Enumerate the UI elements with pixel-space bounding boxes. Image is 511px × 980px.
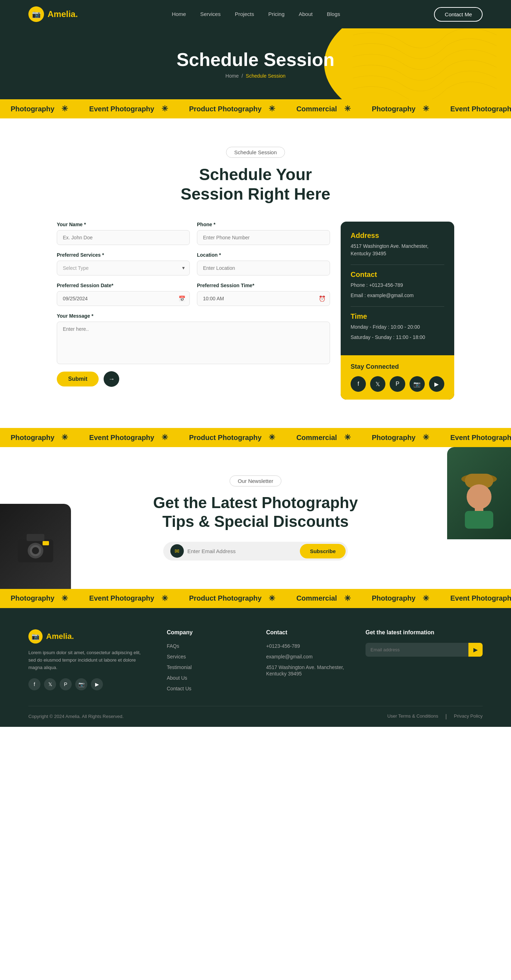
footer-bottom: Copyright © 2024 Amelia. All Rights Rese… bbox=[29, 706, 482, 727]
nav-contact-button[interactable]: Contact Me bbox=[434, 7, 482, 22]
info-card-bottom: Stay Connected f 𝕏 P 📷 ▶ bbox=[341, 355, 454, 399]
time-input[interactable] bbox=[197, 291, 330, 306]
nav-link-pricing[interactable]: Pricing bbox=[268, 11, 284, 17]
newsletter-subscribe-button[interactable]: Subscribe bbox=[300, 544, 346, 558]
message-label: Your Message * bbox=[57, 313, 330, 319]
date-label: Preferred Session Date* bbox=[57, 283, 190, 288]
x-twitter-icon[interactable]: 𝕏 bbox=[370, 376, 385, 392]
ticker-3: Photography ✳ Event Photography ✳ Produc… bbox=[0, 589, 511, 608]
footer-company-col: Company FAQs Services Testimonial About … bbox=[167, 629, 245, 692]
ticker-item-3: Product Photography ✳ bbox=[179, 104, 286, 113]
services-select[interactable]: Select Type Portrait Photography Event P… bbox=[57, 261, 190, 275]
phone-label: Phone * bbox=[197, 221, 330, 227]
phone-input[interactable] bbox=[197, 230, 330, 245]
breadcrumb-active: Schedule Session bbox=[246, 73, 286, 79]
email-icon: ✉ bbox=[170, 544, 184, 558]
facebook-icon[interactable]: f bbox=[351, 376, 366, 392]
message-textarea[interactable] bbox=[57, 321, 330, 364]
form-row-2: Preferred Services * Select Type Portrai… bbox=[57, 252, 330, 275]
footer-contact-email: example@gmail.com bbox=[266, 654, 313, 659]
footer-facebook-icon[interactable]: f bbox=[29, 678, 40, 690]
footer-logo-text: Amelia. bbox=[46, 632, 74, 641]
form-row-3: Preferred Session Date* 📅 Preferred Sess… bbox=[57, 283, 330, 306]
newsletter-email-input[interactable] bbox=[187, 545, 300, 557]
form-group-location: Location * bbox=[197, 252, 330, 275]
info-card-top: Address 4517 Washington Ave. Manchester,… bbox=[341, 221, 454, 355]
form-group-services: Preferred Services * Select Type Portrai… bbox=[57, 252, 190, 275]
address-text: 4517 Washington Ave. Manchester, Kentuck… bbox=[351, 242, 444, 258]
footer-top: 📷 Amelia. Lorem ipsum dolor sit amet, co… bbox=[29, 629, 482, 706]
section-label: Schedule Session bbox=[57, 147, 454, 158]
footer-link-contact[interactable]: Contact Us bbox=[167, 686, 191, 691]
location-label: Location * bbox=[197, 252, 330, 258]
footer-link-services[interactable]: Services bbox=[167, 654, 186, 659]
ticker-inner-1: Photography ✳ Event Photography ✳ Produc… bbox=[0, 104, 511, 113]
contact-email: Email : example@gmail.com bbox=[351, 292, 444, 299]
footer-contact-address: 4517 Washington Ave. Manchester, Kentuck… bbox=[266, 665, 344, 676]
time-title: Time bbox=[351, 312, 444, 321]
newsletter-section: Our Newsletter Get the Latest Photograph… bbox=[0, 447, 511, 589]
footer-newsletter-input[interactable] bbox=[366, 643, 468, 657]
nav-link-home[interactable]: Home bbox=[172, 11, 186, 17]
instagram-icon[interactable]: 📷 bbox=[409, 376, 425, 392]
nav-link-projects[interactable]: Projects bbox=[235, 11, 254, 17]
time-weekend: Saturday - Sunday : 11:00 - 18:00 bbox=[351, 334, 444, 341]
footer-newsletter-form: ▶ bbox=[366, 643, 482, 657]
footer-contact-col: Contact +0123-456-789 example@gmail.com … bbox=[266, 629, 344, 692]
time-label: Preferred Session Time* bbox=[197, 283, 330, 288]
footer-company-title: Company bbox=[167, 629, 245, 636]
newsletter-right-image bbox=[447, 447, 511, 539]
footer-contact-phone: +0123-456-789 bbox=[266, 643, 300, 649]
name-input[interactable] bbox=[57, 230, 190, 245]
name-label: Your Name * bbox=[57, 221, 190, 227]
footer-x-twitter-icon[interactable]: 𝕏 bbox=[44, 678, 56, 690]
submit-arrow-button[interactable]: → bbox=[104, 371, 119, 387]
services-select-wrapper: Select Type Portrait Photography Event P… bbox=[57, 261, 190, 275]
logo-text: Amelia. bbox=[48, 9, 78, 19]
footer-link-testimonial[interactable]: Testimonial bbox=[167, 665, 192, 670]
hero-section: Schedule Session Home / Schedule Session bbox=[0, 29, 511, 99]
date-input-wrapper: 📅 bbox=[57, 291, 190, 306]
ticker-item-5: Photography ✳ bbox=[361, 104, 440, 113]
footer-youtube-icon[interactable]: ▶ bbox=[91, 678, 103, 690]
form-group-name: Your Name * bbox=[57, 221, 190, 245]
schedule-section: Schedule Session Schedule Your Session R… bbox=[0, 118, 511, 428]
svg-rect-11 bbox=[465, 511, 493, 529]
ticker-item-4: Commercial ✳ bbox=[286, 104, 361, 113]
footer-instagram-icon[interactable]: 📷 bbox=[75, 678, 87, 690]
footer-pinterest-icon[interactable]: P bbox=[60, 678, 72, 690]
footer-logo: 📷 Amelia. bbox=[29, 629, 145, 644]
nav-link-services[interactable]: Services bbox=[200, 11, 221, 17]
ticker-1: Photography ✳ Event Photography ✳ Produc… bbox=[0, 99, 511, 118]
youtube-icon[interactable]: ▶ bbox=[429, 376, 444, 392]
footer-logo-icon: 📷 bbox=[29, 629, 43, 644]
submit-button[interactable]: Submit bbox=[57, 372, 99, 387]
nav-link-blogs[interactable]: Blogs bbox=[327, 11, 340, 17]
footer-privacy-link[interactable]: Privacy Policy bbox=[454, 713, 482, 720]
ticker-inner-3: Photography ✳ Event Photography ✳ Produc… bbox=[0, 594, 511, 603]
footer-company-links: FAQs Services Testimonial About Us Conta… bbox=[167, 643, 245, 692]
contact-phone: Phone : +0123-456-789 bbox=[351, 282, 444, 289]
pinterest-icon[interactable]: P bbox=[390, 376, 405, 392]
footer-legal-links: User Terms & Conditions | Privacy Policy bbox=[387, 713, 482, 720]
nav-links: Home Services Projects Pricing About Blo… bbox=[172, 11, 340, 18]
nav-link-about[interactable]: About bbox=[299, 11, 313, 17]
info-card: Address 4517 Washington Ave. Manchester,… bbox=[341, 221, 454, 399]
form-group-date: Preferred Session Date* 📅 bbox=[57, 283, 190, 306]
contact-title: Contact bbox=[351, 270, 444, 279]
footer-terms-link[interactable]: User Terms & Conditions bbox=[387, 713, 438, 720]
location-input[interactable] bbox=[197, 261, 330, 275]
newsletter-label-pill: Our Newsletter bbox=[230, 476, 281, 487]
form-group-message: Your Message * bbox=[57, 313, 330, 364]
footer-link-faqs[interactable]: FAQs bbox=[167, 643, 179, 649]
breadcrumb-home[interactable]: Home bbox=[225, 73, 238, 79]
time-weekdays: Monday - Friday : 10:00 - 20:00 bbox=[351, 323, 444, 331]
ticker-inner-2: Photography ✳ Event Photography ✳ Produc… bbox=[0, 433, 511, 442]
footer-description: Lorem ipsum dolor sit amet, consectetur … bbox=[29, 649, 145, 671]
newsletter-title: Get the Latest Photography Tips & Specia… bbox=[153, 493, 358, 531]
date-input[interactable] bbox=[57, 291, 190, 306]
footer-link-about[interactable]: About Us bbox=[167, 675, 187, 681]
footer-newsletter-button[interactable]: ▶ bbox=[468, 643, 482, 657]
social-icons: f 𝕏 P 📷 ▶ bbox=[351, 376, 444, 392]
logo-icon: 📷 bbox=[29, 6, 44, 22]
